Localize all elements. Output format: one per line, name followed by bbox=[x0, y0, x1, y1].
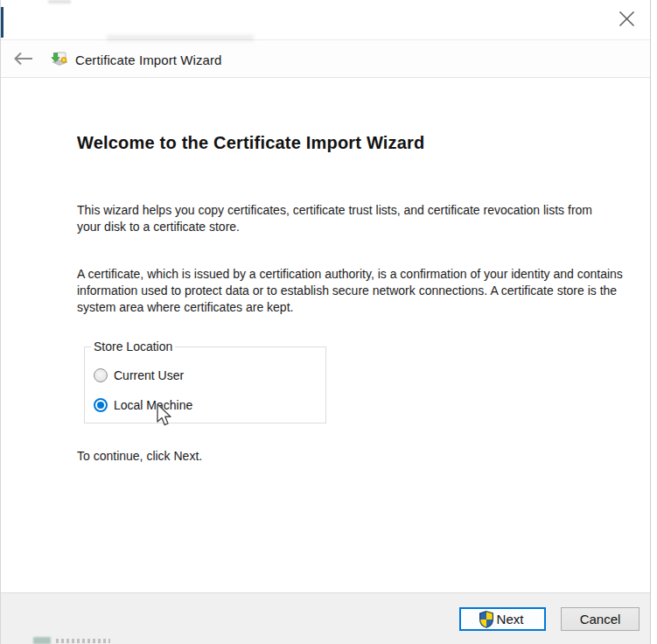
radio-button-selected-icon[interactable] bbox=[94, 398, 108, 412]
cancel-button-label: Cancel bbox=[580, 612, 621, 626]
close-button[interactable] bbox=[610, 5, 643, 35]
store-location-groupbox: Store Location Current User Local Machin… bbox=[84, 346, 326, 424]
description-paragraph: A certificate, which is issued by a cert… bbox=[77, 266, 625, 316]
next-button-label: Next bbox=[497, 612, 524, 626]
window-left-border bbox=[0, 0, 1, 644]
uac-shield-icon bbox=[479, 611, 494, 628]
certificate-import-icon bbox=[50, 50, 69, 69]
certificate-import-wizard-window: Certificate Import Wizard Welcome to the… bbox=[0, 0, 657, 644]
wizard-title: Certificate Import Wizard bbox=[75, 40, 222, 79]
back-arrow-icon bbox=[13, 48, 34, 69]
radio-current-user[interactable]: Current User bbox=[94, 368, 184, 383]
radio-button-icon[interactable] bbox=[94, 368, 108, 382]
page-heading: Welcome to the Certificate Import Wizard bbox=[77, 133, 619, 153]
cancel-button[interactable]: Cancel bbox=[561, 607, 640, 631]
store-location-legend: Store Location bbox=[91, 340, 175, 354]
radio-local-machine[interactable]: Local Machine bbox=[94, 397, 192, 413]
wizard-footer: Next Cancel bbox=[1, 592, 650, 644]
radio-current-user-label: Current User bbox=[114, 368, 184, 382]
close-icon bbox=[619, 10, 635, 31]
back-button[interactable] bbox=[10, 46, 38, 71]
radio-local-machine-label: Local Machine bbox=[114, 398, 192, 412]
continue-hint: To continue, click Next. bbox=[77, 449, 202, 463]
next-button[interactable]: Next bbox=[459, 607, 546, 631]
wizard-content: Welcome to the Certificate Import Wizard… bbox=[1, 79, 650, 592]
window-right-border bbox=[650, 0, 651, 644]
intro-paragraph: This wizard helps you copy certificates,… bbox=[77, 202, 618, 235]
title-bar bbox=[1, 0, 650, 39]
wizard-header: Certificate Import Wizard bbox=[1, 39, 650, 78]
